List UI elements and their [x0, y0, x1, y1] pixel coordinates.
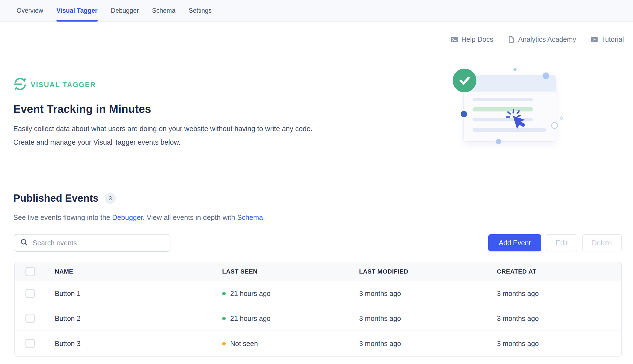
table-row[interactable]: Button 1 21 hours ago 3 months ago 3 mon…: [15, 281, 621, 306]
event-name-cell: Button 2: [55, 314, 222, 323]
created-at-cell: 3 months ago: [497, 314, 621, 323]
status-dot-icon: [222, 317, 226, 320]
row-checkbox[interactable]: [25, 314, 35, 323]
last-modified-cell: 3 months ago: [359, 314, 497, 323]
tab-overview[interactable]: Overview: [17, 0, 43, 21]
created-at-cell: 3 months ago: [497, 340, 621, 348]
published-events-section: Published Events 3 See live events flowi…: [13, 193, 265, 222]
table-row[interactable]: Button 3 Not seen 3 months ago 3 months …: [15, 331, 621, 356]
last-seen-cell: 21 hours ago: [222, 314, 359, 323]
last-seen-text: Not seen: [230, 340, 258, 348]
tab-debugger[interactable]: Debugger: [111, 0, 139, 21]
event-name-cell: Button 1: [55, 290, 222, 298]
search-icon: [20, 238, 28, 248]
help-link-label: Analytics Academy: [518, 35, 576, 43]
last-seen-text: 21 hours ago: [230, 314, 271, 323]
column-header-created-at: CREATED AT: [497, 268, 621, 275]
document-icon: [508, 36, 515, 43]
event-name-cell: Button 3: [55, 340, 222, 348]
select-all-checkbox[interactable]: [25, 267, 35, 276]
analytics-academy-link[interactable]: Analytics Academy: [508, 35, 576, 43]
last-seen-cell: 21 hours ago: [222, 290, 359, 298]
edit-button[interactable]: Edit: [546, 234, 577, 251]
tab-visual-tagger[interactable]: Visual Tagger: [56, 0, 98, 21]
help-docs-link[interactable]: Help Docs: [451, 35, 493, 43]
illustration-card-header: [464, 76, 556, 92]
last-seen-text: 21 hours ago: [230, 290, 271, 298]
top-nav: Overview Visual Tagger Debugger Schema S…: [0, 0, 633, 22]
events-table: NAME LAST SEEN LAST MODIFIED CREATED AT …: [14, 262, 622, 357]
add-event-button[interactable]: Add Event: [488, 234, 541, 251]
column-header-last-seen: LAST SEEN: [222, 268, 359, 275]
tab-settings[interactable]: Settings: [189, 0, 212, 21]
last-seen-cell: Not seen: [222, 340, 359, 348]
help-link-label: Tutorial: [601, 35, 624, 43]
status-dot-icon: [222, 292, 226, 295]
section-eyebrow: VISUAL TAGGER: [31, 81, 96, 89]
help-links-bar: Help Docs Analytics Academy Tutorial: [451, 35, 624, 43]
schema-link[interactable]: Schema: [237, 214, 263, 221]
column-header-name: NAME: [55, 268, 222, 275]
terminal-icon: [451, 36, 458, 43]
description-line: Easily collect data about what users are…: [13, 122, 313, 136]
play-icon: [591, 36, 598, 43]
status-dot-icon: [222, 342, 226, 345]
table-row[interactable]: Button 2 21 hours ago 3 months ago 3 mon…: [15, 306, 621, 331]
visual-tagger-page: Overview Visual Tagger Debugger Schema S…: [0, 0, 633, 364]
segment-logo-icon: [13, 77, 27, 92]
page-title: Event Tracking in Minutes: [13, 103, 313, 115]
description-line: Create and manage your Visual Tagger eve…: [13, 136, 313, 149]
search-box[interactable]: [14, 234, 170, 252]
row-checkbox[interactable]: [25, 289, 35, 298]
event-count-badge: 3: [105, 193, 116, 204]
page-description: Easily collect data about what users are…: [13, 122, 313, 149]
illustration-card: [463, 75, 556, 142]
published-events-subtitle: See live events flowing into the Debugge…: [13, 214, 265, 222]
table-header-row: NAME LAST SEEN LAST MODIFIED CREATED AT: [15, 262, 621, 281]
last-modified-cell: 3 months ago: [359, 290, 497, 298]
tutorial-link[interactable]: Tutorial: [591, 35, 624, 43]
hero-section: VISUAL TAGGER Event Tracking in Minutes …: [13, 77, 313, 149]
search-input[interactable]: [33, 239, 164, 247]
row-checkbox[interactable]: [25, 339, 35, 348]
debugger-link[interactable]: Debugger: [112, 214, 143, 221]
column-header-last-modified: LAST MODIFIED: [359, 268, 497, 275]
table-body: Button 1 21 hours ago 3 months ago 3 mon…: [15, 281, 621, 356]
tab-schema[interactable]: Schema: [152, 0, 175, 21]
events-controls: Add Event Edit Delete: [14, 234, 622, 252]
hero-illustration: [451, 66, 573, 152]
last-modified-cell: 3 months ago: [359, 340, 497, 348]
cursor-click-icon: [505, 109, 531, 137]
check-circle-icon: [453, 69, 476, 92]
delete-button[interactable]: Delete: [582, 234, 622, 251]
created-at-cell: 3 months ago: [497, 290, 621, 298]
help-link-label: Help Docs: [461, 35, 493, 43]
published-events-title: Published Events: [13, 193, 98, 204]
